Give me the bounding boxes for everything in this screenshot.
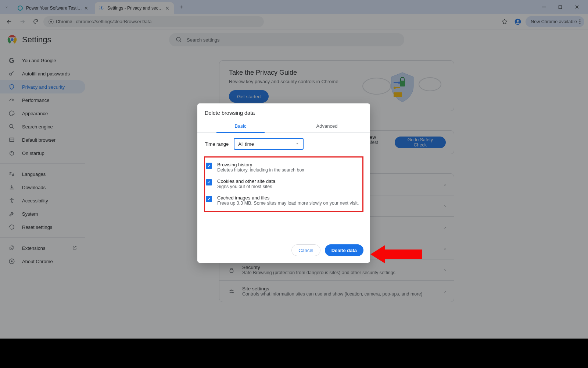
time-range-select[interactable]: All time [234, 138, 304, 150]
time-range-value: All time [238, 141, 254, 147]
delete-data-button[interactable]: Delete data [325, 244, 363, 256]
option-cookies[interactable]: Cookies and other site dataSigns you out… [205, 176, 362, 192]
cancel-button[interactable]: Cancel [291, 244, 320, 256]
option-cached-images[interactable]: Cached images and filesFrees up 3.3 MB. … [205, 192, 362, 209]
tab-basic[interactable]: Basic [197, 120, 284, 132]
highlight-annotation: Browsing historyDeletes history, includi… [204, 156, 363, 212]
dialog-title: Delete browsing data [197, 103, 370, 120]
checkbox-checked[interactable] [206, 196, 212, 202]
dialog-tabs: Basic Advanced [197, 120, 370, 133]
checkbox-checked[interactable] [206, 179, 212, 185]
time-range-label: Time range [205, 141, 229, 147]
arrow-annotation [370, 245, 422, 260]
dialog-actions: Cancel Delete data [197, 238, 370, 263]
delete-browsing-data-dialog: Delete browsing data Basic Advanced Time… [197, 103, 370, 263]
tab-advanced[interactable]: Advanced [284, 120, 370, 132]
time-range-row: Time range All time [197, 133, 370, 155]
option-browsing-history[interactable]: Browsing historyDeletes history, includi… [205, 159, 362, 176]
caret-down-icon [295, 142, 299, 146]
checkbox-checked[interactable] [206, 163, 212, 169]
